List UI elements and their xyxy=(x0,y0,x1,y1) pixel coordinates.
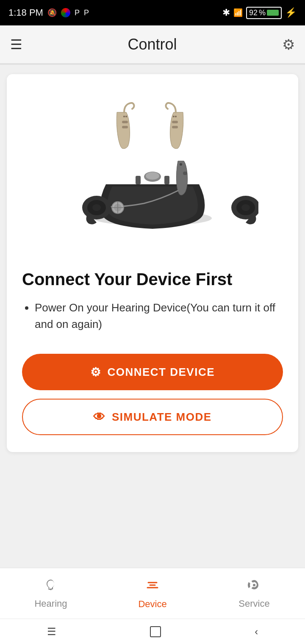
svg-rect-2 xyxy=(164,176,169,184)
battery-fill xyxy=(267,10,279,16)
android-nav: ☰ ‹ xyxy=(0,619,305,644)
app-icon-2: P xyxy=(75,8,80,17)
svg-rect-7 xyxy=(172,121,178,123)
svg-rect-8 xyxy=(172,126,178,128)
instruction-item: Power On your Hearing Device(You can tur… xyxy=(35,300,283,333)
svg-point-13 xyxy=(180,163,182,166)
nav-label-service: Service xyxy=(238,598,269,609)
settings-icon[interactable]: ⚙ xyxy=(282,36,295,53)
svg-rect-1 xyxy=(136,176,141,184)
svg-rect-3 xyxy=(122,121,128,123)
svg-point-6 xyxy=(125,116,127,117)
svg-point-9 xyxy=(175,116,177,117)
svg-point-17 xyxy=(92,204,101,211)
nav-item-device[interactable]: Device xyxy=(102,577,203,610)
dnd-icon: 🔕 xyxy=(47,8,57,17)
instructions-list: Power On your Hearing Device(You can tur… xyxy=(22,300,283,333)
svg-point-12 xyxy=(146,172,159,180)
connect-device-button[interactable]: ⚙ CONNECT DEVICE xyxy=(22,354,283,390)
gear-spin-icon: ⚙ xyxy=(90,365,102,379)
svg-point-5 xyxy=(123,116,125,117)
service-icon xyxy=(247,578,261,596)
nav-label-hearing: Hearing xyxy=(34,598,67,609)
android-back-button[interactable]: ‹ xyxy=(255,626,258,638)
app-icon-1 xyxy=(61,8,70,17)
svg-rect-4 xyxy=(122,126,128,128)
eye-icon: 👁 xyxy=(93,410,106,424)
android-menu-button[interactable]: ☰ xyxy=(47,626,56,638)
hearing-aid-illustration xyxy=(47,78,258,256)
connect-title: Connect Your Device First xyxy=(22,269,283,289)
android-home-button[interactable] xyxy=(150,626,161,637)
charging-icon: ⚡ xyxy=(285,7,297,18)
simulate-button-label: SIMULATE MODE xyxy=(112,411,212,424)
nav-label-device: Device xyxy=(138,599,166,610)
connect-button-label: CONNECT DEVICE xyxy=(107,366,215,379)
battery-percent: 92 xyxy=(249,8,258,17)
svg-rect-14 xyxy=(183,172,187,175)
bottom-nav: Hearing Device Service xyxy=(0,568,305,619)
simulate-mode-button[interactable]: 👁 SIMULATE MODE xyxy=(22,399,283,435)
time-display: 1:18 PM xyxy=(8,7,43,18)
device-icon xyxy=(145,577,160,596)
status-bar: 1:18 PM 🔕 P P ✱ 📶 92 % ⚡ xyxy=(0,0,305,25)
divider xyxy=(0,64,305,65)
signal-icon: 📶 xyxy=(233,8,243,17)
status-left: 1:18 PM 🔕 P P xyxy=(8,7,89,18)
svg-point-10 xyxy=(173,116,175,117)
nav-item-service[interactable]: Service xyxy=(203,578,305,609)
main-card: Connect Your Device First Power On your … xyxy=(7,74,298,452)
card-content: Connect Your Device First Power On your … xyxy=(7,261,298,435)
status-right: ✱ 📶 92 % ⚡ xyxy=(222,7,297,19)
nav-item-hearing[interactable]: Hearing xyxy=(0,578,102,609)
svg-point-20 xyxy=(241,204,250,211)
app-icon-3: P xyxy=(84,8,89,17)
page-title: Control xyxy=(128,36,177,53)
svg-point-29 xyxy=(253,584,255,586)
app-bar: ☰ Control ⚙ xyxy=(0,25,305,64)
menu-icon[interactable]: ☰ xyxy=(10,36,22,53)
svg-point-25 xyxy=(50,588,52,590)
hearing-icon xyxy=(44,578,58,596)
device-image-area xyxy=(7,74,298,261)
battery-indicator: 92 % xyxy=(246,7,282,19)
bluetooth-icon: ✱ xyxy=(222,7,230,18)
